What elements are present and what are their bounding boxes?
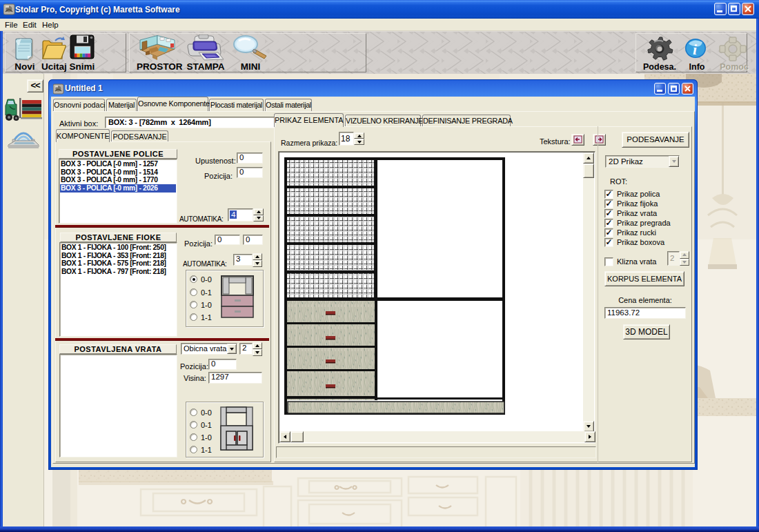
svg-text:i: i (693, 41, 698, 58)
